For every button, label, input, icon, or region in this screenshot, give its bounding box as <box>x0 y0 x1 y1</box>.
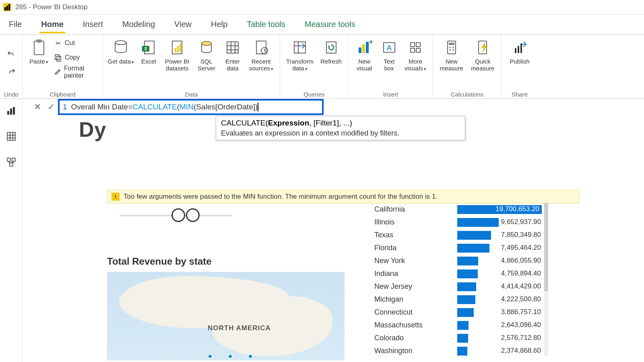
chart-row[interactable]: Texas7,850,349.80 <box>373 228 542 241</box>
model-view-button[interactable] <box>5 156 17 168</box>
tab-measure-tools[interactable]: Measure tools <box>303 16 357 33</box>
group-data-label: Data <box>107 91 276 98</box>
menu-bar: File Home Insert Modeling View Help Tabl… <box>0 14 644 35</box>
map-data-point[interactable] <box>228 354 233 359</box>
chart-row[interactable]: Florida7,495,464.20 <box>373 241 542 254</box>
database-icon <box>112 39 130 56</box>
app-logo-icon <box>3 3 11 11</box>
copy-button[interactable]: Copy <box>54 51 99 64</box>
title-bar: 285 - Power BI Desktop <box>0 0 644 14</box>
paste-icon <box>30 39 48 56</box>
svg-rect-17 <box>294 42 305 53</box>
chart-bar-wrap: 4,866,055.90 <box>457 256 542 265</box>
svg-rect-18 <box>326 42 336 53</box>
quick-measure-icon <box>474 39 491 56</box>
chart-bar-wrap: 7,850,349.80 <box>457 230 542 240</box>
chart-row[interactable]: Illinois9,652,937.90 <box>373 216 542 228</box>
map-data-point[interactable] <box>208 354 213 359</box>
svg-text:+: + <box>369 39 372 46</box>
chart-category: Connecticut <box>373 308 457 317</box>
slider-handle-max[interactable] <box>186 208 200 222</box>
range-slider[interactable] <box>119 208 232 224</box>
paste-button[interactable]: Paste <box>27 37 51 87</box>
svg-rect-11 <box>180 43 181 52</box>
chart-bar-wrap: 2,643,096.40 <box>457 320 542 330</box>
chart-row[interactable]: Washington2,374,868.60 <box>373 344 542 357</box>
get-data-button[interactable]: Get data <box>107 37 135 87</box>
cut-button[interactable]: ✂Cut <box>54 37 99 49</box>
chart-row[interactable]: Indiana4,759,894.40 <box>373 267 542 280</box>
redo-button[interactable] <box>7 66 16 78</box>
svg-rect-20 <box>362 44 365 53</box>
svg-rect-10 <box>177 46 179 52</box>
chart-category: Colorado <box>373 334 457 342</box>
svg-point-32 <box>452 47 454 48</box>
calculator-icon <box>443 39 460 56</box>
quick-measure-button[interactable]: Quick measure <box>469 37 497 87</box>
chart-category: Indiana <box>373 269 457 278</box>
svg-rect-19 <box>359 47 361 53</box>
brush-icon <box>54 68 62 76</box>
tab-help[interactable]: Help <box>209 16 229 33</box>
format-painter-button[interactable]: Format painter <box>54 66 99 78</box>
chart-row[interactable]: Connecticut3,886,757.10 <box>373 306 542 319</box>
undo-button[interactable] <box>7 48 16 60</box>
chart-row[interactable]: Michigan4,222,500.80 <box>373 293 542 306</box>
tab-view[interactable]: View <box>173 16 193 33</box>
chart-scrollbar[interactable] <box>544 203 548 356</box>
tab-table-tools[interactable]: Table tools <box>245 16 287 33</box>
svg-rect-45 <box>10 163 13 166</box>
chart-row[interactable]: New Jersey4,414,429.00 <box>373 280 542 293</box>
chart-row[interactable]: Massachusetts2,643,096.40 <box>373 319 542 331</box>
table-icon <box>224 39 242 56</box>
recent-sources-button[interactable]: Recent sources <box>247 37 276 87</box>
undo-icon <box>7 50 16 59</box>
scrollbar-thumb[interactable] <box>544 203 548 291</box>
cancel-formula-button[interactable]: ✕ <box>31 100 44 114</box>
textbox-icon: A <box>380 39 398 56</box>
chart-row[interactable]: California19,700,653.20 <box>373 203 542 216</box>
bar-chart-visual[interactable]: California19,700,653.20Illinois9,652,937… <box>373 203 542 357</box>
tab-insert[interactable]: Insert <box>81 16 105 33</box>
data-view-button[interactable] <box>5 130 17 142</box>
pbi-datasets-button[interactable]: Power BI datasets <box>163 37 192 87</box>
publish-button[interactable]: Publish <box>506 37 534 87</box>
excel-button[interactable]: XExcel <box>137 37 160 87</box>
svg-rect-44 <box>12 158 15 161</box>
enter-data-button[interactable]: Enter data <box>221 37 244 87</box>
publish-icon <box>511 39 528 56</box>
ribbon: Undo Paste ✂Cut Copy Format painter Clip… <box>0 35 644 99</box>
chart-value: 4,222,500.80 <box>457 295 542 303</box>
svg-point-34 <box>452 49 454 51</box>
formula-input[interactable]: 1 Overall Min Date = CALCULATE ( MIN ( S… <box>58 99 324 115</box>
chart-category: California <box>373 205 457 214</box>
svg-rect-21 <box>366 42 369 53</box>
chart-category: New York <box>373 257 457 265</box>
svg-rect-2 <box>55 55 59 60</box>
new-measure-button[interactable]: New measure <box>437 37 466 87</box>
slider-handle-min[interactable] <box>171 208 185 222</box>
svg-rect-41 <box>13 107 15 115</box>
sql-icon <box>198 39 215 56</box>
commit-formula-button[interactable]: ✓ <box>44 100 58 114</box>
chart-category: Illinois <box>373 218 457 226</box>
chart-row[interactable]: Colorado2,576,712.80 <box>373 331 542 344</box>
tab-home[interactable]: Home <box>39 16 65 33</box>
map-visual[interactable]: NORTH AMERICA <box>107 272 345 360</box>
refresh-button[interactable]: Refresh <box>318 37 344 87</box>
map-data-point[interactable] <box>248 354 253 359</box>
new-visual-button[interactable]: +New visual <box>353 37 376 87</box>
svg-text:A: A <box>387 44 392 52</box>
chart-value: 19,700,653.20 <box>457 205 542 213</box>
tab-file[interactable]: File <box>7 16 23 33</box>
chart-row[interactable]: New York4,866,055.90 <box>373 254 542 267</box>
tab-modeling[interactable]: Modeling <box>121 16 157 33</box>
transform-data-button[interactable]: Transform data <box>284 37 316 87</box>
more-visuals-button[interactable]: More visuals <box>402 37 429 87</box>
group-clipboard-label: Clipboard <box>27 91 99 98</box>
report-view-button[interactable] <box>5 105 17 117</box>
sql-server-button[interactable]: SQL Server <box>194 37 219 87</box>
workspace: ✕ ✓ 1 Overall Min Date = CALCULATE ( MIN… <box>0 99 644 362</box>
text-box-button[interactable]: AText box <box>378 37 400 87</box>
error-message: Too few arguments were passed to the MIN… <box>124 193 438 201</box>
